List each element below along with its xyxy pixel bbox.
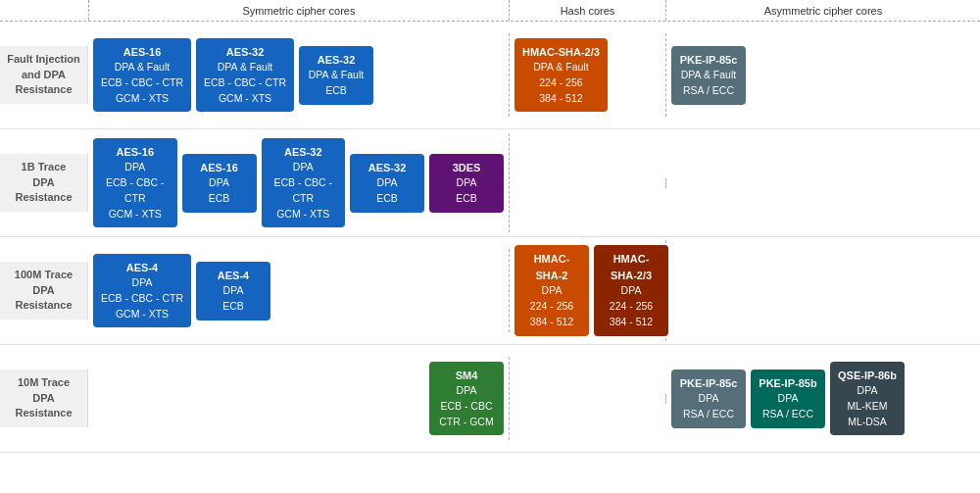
card-line: DPA <box>270 160 338 175</box>
card: 3DESDPAECB <box>429 154 504 213</box>
card-line: DPA <box>190 175 249 191</box>
header-asymmetric: Asymmetric cipher cores <box>666 0 980 21</box>
card: AES-32DPA & FaultECB <box>299 46 373 105</box>
card-line: GCM - XTS <box>204 91 286 107</box>
asym-area: PKE-IP-85cDPARSA / ECCPKE-IP-85bDPARSA /… <box>666 357 980 441</box>
card: PKE-IP-85cDPARSA / ECC <box>671 370 746 428</box>
card-line: ECB - CBC - CTR <box>101 75 183 91</box>
card: AES-32DPAECB <box>350 154 424 213</box>
card-title: AES-32 <box>204 44 286 61</box>
card-line: ECB - CBC - CTR <box>101 175 170 207</box>
card-line: ECB <box>437 191 496 207</box>
card-line: CTR - GCM <box>437 415 496 430</box>
card-title: HMAC-SHA-2 <box>522 251 581 283</box>
card-line: DPA & Fault <box>101 60 183 75</box>
card-line: ML-KEM <box>838 399 897 415</box>
card-line: ECB <box>204 299 263 315</box>
row-cells: AES-16DPA & FaultECB - CBC - CTRGCM - XT… <box>88 33 980 118</box>
card: HMAC-SHA-2/3DPA & Fault224 - 256384 - 51… <box>514 38 608 113</box>
card-line: DPA <box>101 275 183 291</box>
card-line: 384 - 512 <box>602 315 661 330</box>
header-hash: Hash cores <box>510 0 666 21</box>
hash-area <box>510 178 666 188</box>
card-title: PKE-IP-85b <box>759 375 817 392</box>
card-line: 384 - 512 <box>522 91 600 107</box>
card-line: DPA <box>437 175 496 191</box>
sym-area: AES-16DPA & FaultECB - CBC - CTRGCM - XT… <box>88 33 510 118</box>
card: HMAC-SHA-2DPA224 - 256384 - 512 <box>514 245 589 335</box>
card-line: DPA <box>358 175 416 191</box>
card-line: DPA <box>522 283 581 299</box>
card-title: AES-16 <box>101 144 170 161</box>
card-line: 384 - 512 <box>522 315 581 330</box>
card-title: AES-32 <box>358 160 416 176</box>
card-line: DPA <box>679 391 738 407</box>
card-title: SM4 <box>437 368 496 384</box>
card-line: ECB - CBC <box>437 399 496 415</box>
card: AES-16DPAECB - CBC - CTRGCM - XTS <box>93 138 177 228</box>
card-line: DPA <box>602 283 661 299</box>
card: AES-16DPAECB <box>182 154 257 213</box>
card-title: 3DES <box>437 160 496 176</box>
card: AES-16DPA & FaultECB - CBC - CTRGCM - XT… <box>93 38 191 113</box>
hash-area: HMAC-SHA-2DPA224 - 256384 - 512HMAC-SHA-… <box>510 240 666 340</box>
card-title: QSE-IP-86b <box>838 368 897 384</box>
asym-area <box>666 286 980 296</box>
row-label: 100M Trace DPA Resistance <box>0 262 88 319</box>
header-row: Symmetric cipher cores Hash cores Asymme… <box>0 0 980 22</box>
asym-area <box>666 178 980 188</box>
header-symmetric: Symmetric cipher cores <box>88 0 510 21</box>
card-title: PKE-IP-85c <box>679 52 738 69</box>
card-line: DPA & Fault <box>679 68 738 83</box>
row-cells: AES-16DPAECB - CBC - CTRGCM - XTSAES-16D… <box>88 133 980 233</box>
data-row: 1B Trace DPA ResistanceAES-16DPAECB - CB… <box>0 129 980 237</box>
sym-area: AES-16DPAECB - CBC - CTRGCM - XTSAES-16D… <box>88 133 510 233</box>
card-line: DPA & Fault <box>522 60 600 75</box>
card-line: DPA & Fault <box>307 68 366 83</box>
asym-area: PKE-IP-85cDPA & FaultRSA / ECC <box>666 41 980 110</box>
card-line: RSA / ECC <box>679 83 738 99</box>
row-cells: AES-4DPAECB - CBC - CTRGCM - XTSAES-4DPA… <box>88 240 980 340</box>
card: PKE-IP-85bDPARSA / ECC <box>751 370 825 428</box>
data-row: Fault Injection and DPA ResistanceAES-16… <box>0 22 980 129</box>
row-label: 10M Trace DPA Resistance <box>0 370 88 426</box>
card-line: ECB - CBC - CTR <box>270 175 338 207</box>
card: PKE-IP-85cDPA & FaultRSA / ECC <box>671 46 746 105</box>
card: AES-32DPAECB - CBC - CTRGCM - XTS <box>262 138 346 228</box>
card-line: ECB <box>358 191 416 207</box>
card: AES-4DPAECB <box>196 262 270 320</box>
card-title: HMAC-SHA-2/3 <box>522 44 600 61</box>
card-line: ECB - CBC - CTR <box>204 75 286 91</box>
card-line: ECB <box>190 191 249 207</box>
card-line: 224 - 256 <box>602 299 661 315</box>
hash-area <box>510 394 666 404</box>
sym-area: AES-4DPAECB - CBC - CTRGCM - XTSAES-4DPA… <box>88 249 510 333</box>
card-line: RSA / ECC <box>759 407 817 422</box>
sym-area: SM4DPAECB - CBCCTR - GCM <box>88 357 510 441</box>
card-title: HMAC-SHA-2/3 <box>602 251 661 283</box>
hash-area: HMAC-SHA-2/3DPA & Fault224 - 256384 - 51… <box>510 33 666 118</box>
row-label: 1B Trace DPA Resistance <box>0 154 88 211</box>
card: AES-4DPAECB - CBC - CTRGCM - XTS <box>93 254 191 328</box>
page-wrapper: Symmetric cipher cores Hash cores Asymme… <box>0 0 980 453</box>
card-line: ML-DSA <box>838 415 897 430</box>
card-title: AES-16 <box>101 44 183 61</box>
card-title: AES-16 <box>190 160 249 176</box>
card-line: ECB <box>307 83 366 99</box>
card-title: AES-4 <box>204 268 263 284</box>
card-line: RSA / ECC <box>679 407 738 422</box>
card-line: ECB - CBC - CTR <box>101 291 183 307</box>
data-rows-container: Fault Injection and DPA ResistanceAES-16… <box>0 22 980 453</box>
row-label: Fault Injection and DPA Resistance <box>0 46 88 103</box>
card-line: GCM - XTS <box>101 207 170 222</box>
card-title: AES-32 <box>270 144 338 161</box>
card-line: DPA & Fault <box>204 60 286 75</box>
card: AES-32DPA & FaultECB - CBC - CTRGCM - XT… <box>196 38 294 113</box>
card: QSE-IP-86bDPAML-KEMML-DSA <box>830 362 905 436</box>
card-line: DPA <box>204 283 263 299</box>
card-line: DPA <box>101 160 170 175</box>
card: HMAC-SHA-2/3DPA224 - 256384 - 512 <box>594 245 668 335</box>
card-line: 224 - 256 <box>522 299 581 315</box>
card-line: GCM - XTS <box>101 91 183 107</box>
row-cells: SM4DPAECB - CBCCTR - GCMPKE-IP-85cDPARSA… <box>88 357 980 441</box>
